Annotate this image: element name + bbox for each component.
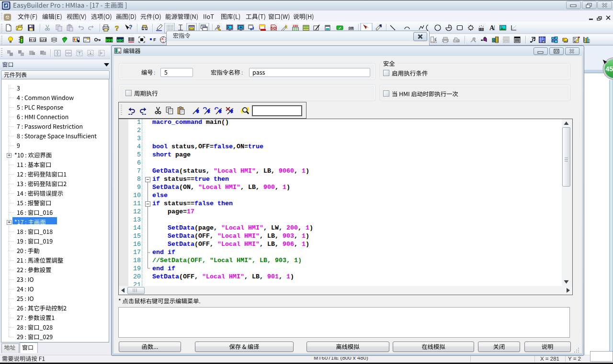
svg-text:A: A bbox=[489, 24, 495, 32]
svg-text:?: ? bbox=[129, 24, 132, 31]
svg-text:SD: SD bbox=[271, 26, 277, 31]
svg-text:ABC: ABC bbox=[117, 38, 124, 43]
svg-text:45: 45 bbox=[605, 65, 613, 73]
svg-text:?: ? bbox=[114, 24, 119, 32]
svg-text:csv: csv bbox=[293, 24, 298, 27]
svg-text:123: 123 bbox=[40, 38, 46, 42]
svg-text:H·O: H·O bbox=[30, 38, 36, 42]
svg-text:om: om bbox=[349, 26, 354, 31]
svg-text:999: 999 bbox=[105, 38, 113, 43]
svg-text:F: F bbox=[153, 37, 156, 42]
